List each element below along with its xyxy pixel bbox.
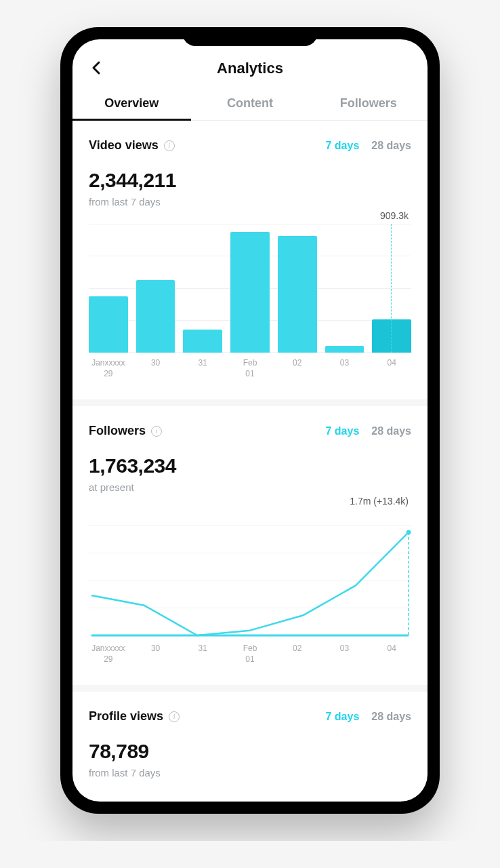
section-header: Followers i 7 days 28 days [89, 424, 411, 438]
bar [136, 280, 175, 353]
bar-col [372, 231, 411, 353]
bar-col [230, 231, 270, 353]
followers-value: 1,763,234 [89, 454, 411, 477]
range-selector: 7 days 28 days [325, 711, 411, 723]
video-views-chart: 909.3k Janxxxxx293031Feb01020304 [89, 224, 411, 379]
x-axis-labels: Janxxxxx293031Feb01020304 [89, 358, 411, 379]
bars-row [89, 231, 411, 353]
profile-views-value: 78,789 [89, 740, 411, 763]
bar-col [89, 231, 128, 353]
section-profile-views: Profile views i 7 days 28 days 78,789 fr… [72, 692, 428, 799]
range-selector: 7 days 28 days [325, 425, 411, 437]
x-label: 04 [372, 644, 411, 665]
profile-views-sub: from last 7 days [89, 767, 411, 778]
screen: Analytics Overview Content Followers Vid… [72, 39, 428, 802]
bar-chart [89, 224, 411, 353]
bar-col [278, 231, 317, 353]
bar [183, 330, 222, 353]
x-label: 03 [325, 358, 364, 379]
info-icon[interactable]: i [164, 140, 175, 151]
x-axis-labels: Janxxxxx293031Feb01020304 [89, 644, 411, 665]
info-icon[interactable]: i [169, 711, 180, 722]
section-title-wrap: Followers i [89, 424, 162, 438]
tab-content[interactable]: Content [191, 88, 310, 120]
bar [89, 296, 128, 353]
x-label: 31 [183, 358, 222, 379]
x-label: 02 [278, 358, 317, 379]
range-28days[interactable]: 28 days [371, 425, 411, 437]
x-label: Janxxxxx29 [89, 358, 128, 379]
chart-annotation: 1.7m (+13.4k) [350, 496, 409, 507]
bar-col [325, 231, 364, 353]
range-7days[interactable]: 7 days [325, 425, 359, 437]
range-7days[interactable]: 7 days [325, 711, 359, 723]
x-label: Feb01 [230, 358, 270, 379]
section-header: Video views i 7 days 28 days [89, 138, 411, 153]
phone-notch [182, 27, 318, 46]
video-views-value: 2,344,211 [89, 169, 411, 192]
section-title-wrap: Profile views i [89, 709, 180, 724]
bar [278, 236, 317, 353]
x-label: 30 [136, 644, 175, 665]
x-label: 04 [372, 358, 411, 379]
tabs: Overview Content Followers [72, 88, 428, 121]
section-title: Followers [89, 424, 146, 438]
line-chart [89, 509, 411, 638]
section-header: Profile views i 7 days 28 days [89, 709, 411, 724]
svg-point-7 [407, 530, 411, 535]
section-video-views: Video views i 7 days 28 days 2,344,211 f… [72, 121, 428, 406]
tab-overview[interactable]: Overview [72, 88, 191, 120]
section-followers: Followers i 7 days 28 days 1,763,234 at … [72, 406, 428, 692]
range-selector: 7 days 28 days [325, 140, 411, 152]
followers-chart: 1.7m (+13.4k) Janxxxxx293031Feb01020304 [89, 509, 411, 665]
section-title: Video views [89, 138, 159, 153]
section-title-wrap: Video views i [89, 138, 175, 153]
video-views-sub: from last 7 days [89, 196, 411, 208]
content-scroll[interactable]: Video views i 7 days 28 days 2,344,211 f… [72, 121, 428, 802]
range-7days[interactable]: 7 days [325, 140, 359, 152]
phone-frame: Analytics Overview Content Followers Vid… [60, 27, 440, 814]
nav-header: Analytics [72, 39, 428, 88]
bar [372, 319, 411, 353]
x-label: 31 [183, 644, 222, 665]
chevron-left-icon [89, 60, 105, 76]
tab-followers[interactable]: Followers [309, 88, 428, 120]
back-button[interactable] [89, 60, 105, 76]
chart-annotation: 909.3k [380, 210, 409, 221]
bar-col [136, 231, 175, 353]
x-label: 02 [278, 644, 317, 665]
x-label: Janxxxxx29 [89, 644, 128, 665]
bar [325, 346, 364, 353]
section-title: Profile views [89, 709, 163, 724]
range-28days[interactable]: 28 days [371, 711, 411, 723]
range-28days[interactable]: 28 days [371, 140, 411, 152]
bar [230, 232, 270, 353]
info-icon[interactable]: i [151, 426, 162, 437]
bar-col [183, 231, 222, 353]
followers-sub: at present [89, 481, 411, 493]
x-label: 03 [325, 644, 364, 665]
x-label: 30 [136, 358, 175, 379]
x-label: Feb01 [230, 644, 270, 665]
page-title: Analytics [217, 60, 283, 77]
